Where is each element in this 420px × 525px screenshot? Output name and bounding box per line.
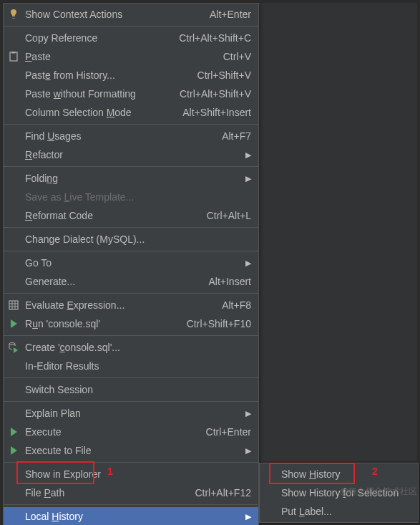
paste[interactable]: PasteCtrl+V bbox=[4, 47, 258, 66]
blank-icon bbox=[6, 208, 21, 223]
show-context-actions[interactable]: Show Context ActionsAlt+Enter bbox=[4, 5, 258, 24]
blank-icon bbox=[6, 68, 21, 82]
reformat-code[interactable]: Reformat CodeCtrl+Alt+L bbox=[4, 206, 258, 225]
play-icon bbox=[6, 443, 21, 458]
db-play-icon bbox=[6, 340, 21, 355]
go-to[interactable]: Go To▶ bbox=[4, 254, 258, 272]
generate[interactable]: Generate...Alt+Insert bbox=[4, 272, 258, 291]
put-label[interactable]: Put Label... bbox=[260, 502, 418, 521]
reformat-code-label: Reformat Code bbox=[25, 210, 192, 221]
mainMenu-separator bbox=[4, 401, 258, 402]
blank-icon bbox=[6, 486, 21, 500]
blank-icon bbox=[263, 504, 277, 519]
file-path[interactable]: File PathCtrl+Alt+F12 bbox=[4, 483, 258, 502]
blank-icon bbox=[6, 467, 21, 481]
folding-label: Folding bbox=[25, 173, 238, 184]
show-context-actions-label: Show Context Actions bbox=[25, 9, 195, 20]
grid-icon bbox=[6, 298, 21, 312]
mainMenu-separator bbox=[4, 124, 258, 125]
blank-icon bbox=[6, 274, 21, 289]
create-console-label: Create 'console.sql'... bbox=[25, 342, 251, 353]
local-history-label: Local History bbox=[25, 511, 238, 522]
svg-point-9 bbox=[9, 343, 15, 345]
mainMenu-separator bbox=[4, 26, 258, 27]
blank-icon bbox=[6, 87, 21, 101]
evaluate-expression-label: Evaluate Expression... bbox=[25, 299, 207, 311]
find-usages-label: Find Usages bbox=[25, 130, 207, 142]
copy-reference[interactable]: Copy ReferenceCtrl+Alt+Shift+C bbox=[4, 29, 258, 47]
paste-from-history-label: Paste from History... bbox=[25, 69, 183, 81]
show-history-label: Show History bbox=[281, 468, 411, 480]
submenu-arrow-icon: ▶ bbox=[244, 409, 251, 418]
show-history[interactable]: Show History bbox=[260, 465, 418, 483]
blank-icon bbox=[6, 105, 21, 120]
clipboard-icon bbox=[6, 49, 21, 64]
mainMenu-separator bbox=[4, 166, 258, 167]
create-console[interactable]: Create 'console.sql'... bbox=[4, 338, 258, 357]
find-usages-shortcut: Alt+F7 bbox=[222, 130, 251, 142]
blank-icon bbox=[6, 148, 21, 162]
file-path-shortcut: Ctrl+Alt+F12 bbox=[195, 487, 251, 498]
svg-rect-3 bbox=[12, 52, 16, 54]
execute-to-file[interactable]: Execute to File▶ bbox=[4, 441, 258, 460]
in-editor-results[interactable]: In-Editor Results bbox=[4, 357, 258, 375]
bulb-icon bbox=[6, 7, 21, 21]
copy-reference-label: Copy Reference bbox=[25, 32, 165, 44]
show-history-for-selection[interactable]: Show History for Selection bbox=[260, 483, 418, 502]
submenu-arrow-icon: ▶ bbox=[244, 512, 251, 521]
svg-rect-0 bbox=[12, 16, 15, 17]
play-icon bbox=[6, 317, 21, 331]
execute-to-file-label: Execute to File bbox=[25, 445, 238, 456]
paste-without-formatting[interactable]: Paste without FormattingCtrl+Alt+Shift+V bbox=[4, 85, 258, 103]
column-selection-mode[interactable]: Column Selection ModeAlt+Shift+Insert bbox=[4, 103, 258, 122]
run-console[interactable]: Run 'console.sql'Ctrl+Shift+F10 bbox=[4, 314, 258, 333]
context-menu: Show Context ActionsAlt+EnterCopy Refere… bbox=[3, 3, 259, 525]
mainMenu-separator bbox=[4, 377, 258, 378]
evaluate-expression[interactable]: Evaluate Expression...Alt+F8 bbox=[4, 296, 258, 314]
show-context-actions-shortcut: Alt+Enter bbox=[210, 9, 251, 20]
paste-from-history-shortcut: Ctrl+Shift+V bbox=[197, 69, 251, 81]
execute-shortcut: Ctrl+Enter bbox=[206, 426, 251, 438]
execute[interactable]: ExecuteCtrl+Enter bbox=[4, 423, 258, 441]
run-console-shortcut: Ctrl+Shift+F10 bbox=[187, 318, 251, 329]
change-dialect-label: Change Dialect (MySQL)... bbox=[25, 233, 251, 245]
blank-icon bbox=[263, 486, 277, 500]
explain-plan[interactable]: Explain Plan▶ bbox=[4, 404, 258, 423]
execute-label: Execute bbox=[25, 426, 192, 438]
switch-session-label: Switch Session bbox=[25, 384, 251, 395]
paste-label: Paste bbox=[25, 51, 209, 62]
show-history-for-selection-label: Show History for Selection bbox=[281, 487, 411, 498]
paste-without-formatting-label: Paste without Formatting bbox=[25, 88, 165, 100]
save-as-live-template: Save as Live Template... bbox=[4, 188, 258, 206]
mainMenu-separator bbox=[4, 504, 258, 505]
folding[interactable]: Folding▶ bbox=[4, 169, 258, 188]
run-console-label: Run 'console.sql' bbox=[25, 318, 172, 329]
local-history-submenu: Show HistoryShow History for SelectionPu… bbox=[259, 463, 419, 523]
svg-rect-2 bbox=[10, 52, 17, 61]
switch-session[interactable]: Switch Session bbox=[4, 380, 258, 399]
local-history[interactable]: Local History▶ bbox=[4, 507, 258, 525]
blank-icon bbox=[6, 232, 21, 246]
change-dialect[interactable]: Change Dialect (MySQL)... bbox=[4, 230, 258, 249]
svg-rect-1 bbox=[13, 18, 15, 19]
explain-plan-label: Explain Plan bbox=[25, 408, 238, 419]
copy-reference-shortcut: Ctrl+Alt+Shift+C bbox=[179, 32, 251, 44]
paste-from-history[interactable]: Paste from History...Ctrl+Shift+V bbox=[4, 66, 258, 85]
refactor[interactable]: Refactor▶ bbox=[4, 145, 258, 164]
blank-icon bbox=[6, 171, 21, 186]
blank-icon bbox=[6, 359, 21, 373]
evaluate-expression-shortcut: Alt+F8 bbox=[222, 299, 251, 311]
show-in-explorer[interactable]: Show in Explorer bbox=[4, 465, 258, 483]
mainMenu-separator bbox=[4, 335, 258, 336]
save-as-live-template-label: Save as Live Template... bbox=[25, 191, 251, 203]
go-to-label: Go To bbox=[25, 257, 238, 269]
play-icon bbox=[6, 425, 21, 439]
mainMenu-separator bbox=[4, 293, 258, 294]
submenu-arrow-icon: ▶ bbox=[244, 446, 251, 456]
mainMenu-separator bbox=[4, 462, 258, 463]
editor-background bbox=[259, 3, 417, 461]
reformat-code-shortcut: Ctrl+Alt+L bbox=[207, 210, 251, 221]
find-usages[interactable]: Find UsagesAlt+F7 bbox=[4, 127, 258, 145]
blank-icon bbox=[6, 406, 21, 420]
file-path-label: File Path bbox=[25, 487, 180, 498]
